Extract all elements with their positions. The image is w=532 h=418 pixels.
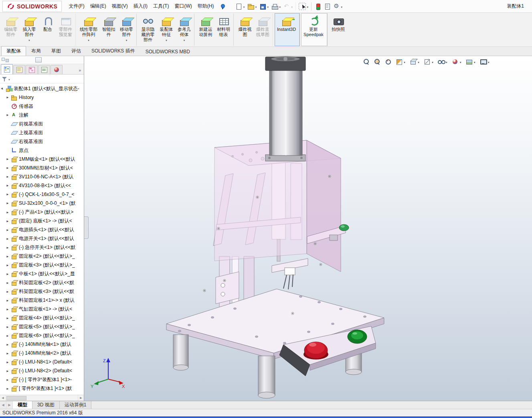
- menu-tools[interactable]: 工具(T): [150, 1, 172, 12]
- tree-item[interactable]: (-) 140MM光轴<2> (默认: [0, 349, 84, 357]
- tree-item[interactable]: 料架固定板1<1>-> x (默认: [0, 296, 84, 305]
- tree-item[interactable]: (-) LMU-N8<1> (Default<: [0, 357, 84, 366]
- expand-arrow-icon[interactable]: [6, 193, 11, 196]
- open-button[interactable]: [246, 2, 258, 11]
- tab-layout[interactable]: 布局: [26, 46, 46, 56]
- reference-triad[interactable]: Z X Y: [90, 356, 127, 388]
- menu-file[interactable]: 文件(F): [66, 1, 87, 12]
- tree-item[interactable]: (-) [ 零件3^装配体1 ]<1>-: [0, 375, 84, 384]
- undo-button[interactable]: [282, 2, 296, 11]
- display-style-button[interactable]: [422, 57, 435, 66]
- edit-component-button[interactable]: 编辑零 部件: [2, 14, 20, 46]
- tree-item[interactable]: 右视基准面: [0, 137, 84, 146]
- tree-item[interactable]: 固定板<2> (默认<<默认>_: [0, 252, 84, 260]
- expand-arrow-icon[interactable]: [6, 166, 11, 170]
- tree-item[interactable]: 电源开关<1> (默认<<默认: [0, 234, 84, 243]
- expand-arrow-icon[interactable]: [6, 360, 11, 364]
- select-button[interactable]: [298, 2, 312, 11]
- tree-item[interactable]: 上视基准面: [0, 128, 84, 137]
- menu-help[interactable]: 帮助(H): [195, 1, 217, 12]
- smart-fasteners-button[interactable]: 智能扣 件: [99, 14, 118, 46]
- menu-window[interactable]: 窗口(W): [172, 1, 194, 12]
- file-properties-button[interactable]: [323, 2, 332, 11]
- tree-item[interactable]: (-) QCK-L-16x30-S_0-7_<: [0, 190, 84, 199]
- tree-item[interactable]: 中板<1> (默认<<默认>_显: [0, 269, 84, 278]
- expand-arrow-icon[interactable]: [6, 254, 11, 258]
- tree-item[interactable]: [ 零件5^装配体1 ]<1> (默: [0, 384, 84, 393]
- menu-insert[interactable]: 插入(I): [131, 1, 150, 12]
- pin-menu-icon[interactable]: [220, 3, 225, 10]
- exploded-view-button[interactable]: 爆炸视 图: [236, 14, 254, 46]
- panel-splitter-handle[interactable]: [84, 216, 89, 239]
- graphics-area[interactable]: [84, 56, 532, 401]
- reference-geometry-button[interactable]: 参考几 何体: [176, 14, 194, 46]
- featuremanager-tab[interactable]: [1, 64, 13, 74]
- instant3d-button[interactable]: Instant3D: [275, 14, 299, 46]
- expand-arrow-icon[interactable]: [6, 184, 11, 188]
- print-button[interactable]: [270, 2, 282, 11]
- menu-edit[interactable]: 编辑(E): [87, 1, 109, 12]
- expand-arrow-icon[interactable]: [6, 158, 11, 161]
- view-settings-button[interactable]: [478, 57, 491, 66]
- move-component-button[interactable]: 移动零 部件: [118, 14, 137, 46]
- assembly-features-button[interactable]: 装配体 特征: [157, 14, 176, 46]
- tree-item[interactable]: SU-32x100_0-0-0_<1> (默: [0, 199, 84, 208]
- linear-component-pattern-button[interactable]: 线性零部 件阵列: [78, 14, 99, 46]
- previous-view-button[interactable]: [383, 57, 393, 66]
- expand-arrow-icon[interactable]: [6, 299, 11, 302]
- displaymanager-tab[interactable]: [51, 65, 63, 74]
- filter-caret-icon[interactable]: [8, 76, 10, 82]
- filter-funnel-icon[interactable]: [2, 76, 7, 82]
- zoom-to-area-button[interactable]: [372, 57, 382, 66]
- tree-item[interactable]: History: [0, 93, 84, 102]
- expand-arrow-icon[interactable]: [6, 246, 11, 249]
- options-button[interactable]: [332, 2, 344, 11]
- expand-arrow-icon[interactable]: [6, 237, 11, 240]
- tree-item[interactable]: 原点: [0, 146, 84, 155]
- tree-item[interactable]: 固定板<6> (默认<<默认>_: [0, 331, 84, 340]
- apply-scene-button[interactable]: [464, 57, 477, 66]
- section-view-button[interactable]: [394, 57, 407, 66]
- tab-evaluate[interactable]: 评估: [66, 46, 86, 56]
- panel-split-icon[interactable]: [6, 59, 9, 62]
- expand-arrow-icon[interactable]: [6, 202, 11, 205]
- tree-item[interactable]: (固定) 底板<1> -> (默认<: [0, 216, 84, 225]
- expand-arrow-icon[interactable]: [6, 325, 11, 329]
- scrollbar-thumb[interactable]: [6, 396, 26, 400]
- tree-item[interactable]: 传感器: [0, 102, 84, 111]
- expand-arrow-icon[interactable]: [6, 290, 11, 293]
- tree-item[interactable]: 固定板<5> (默认<<默认>_: [0, 322, 84, 331]
- tab-scroll-left-arrow[interactable]: [0, 401, 6, 409]
- new-document-button[interactable]: [234, 2, 246, 11]
- manager-tabs-overflow-chevron[interactable]: [77, 68, 83, 74]
- view-orientation-button[interactable]: [408, 57, 421, 66]
- save-button[interactable]: [258, 2, 270, 11]
- expand-arrow-icon[interactable]: [6, 96, 11, 99]
- tab-sketch[interactable]: 草图: [46, 46, 66, 56]
- component-preview-window-button[interactable]: 零部件 预览窗: [57, 14, 76, 46]
- expand-arrow-icon[interactable]: [6, 228, 11, 232]
- explode-line-sketch-button[interactable]: 爆炸直 线草图: [254, 14, 273, 46]
- insert-components-button[interactable]: 插入零 部件: [20, 14, 38, 46]
- tab-motion-study-1[interactable]: 运动算例1: [60, 401, 92, 409]
- tab-3d-views[interactable]: 3D 视图: [32, 401, 60, 409]
- scroll-right-arrow[interactable]: [78, 395, 84, 401]
- tree-item[interactable]: 装配体1 (默认<默认_显示状态-: [0, 84, 84, 93]
- expand-arrow-icon[interactable]: [6, 219, 11, 223]
- expand-arrow-icon[interactable]: [6, 307, 11, 311]
- expand-arrow-icon[interactable]: [6, 113, 11, 117]
- tree-item[interactable]: 料架固定板<2> (默认<<默: [0, 278, 84, 287]
- update-speedpak-button[interactable]: 更新 Speedpak: [301, 14, 327, 46]
- tree-item[interactable]: 固定板<4> (默认<<默认>_: [0, 313, 84, 322]
- expand-arrow-icon[interactable]: [6, 210, 11, 214]
- tree-item[interactable]: 电源插头<1> (默认<<默认: [0, 225, 84, 234]
- expand-arrow-icon[interactable]: [6, 272, 11, 276]
- expand-arrow-icon[interactable]: [6, 316, 11, 320]
- tree-item[interactable]: 4V310-08-B<1> (默认<<: [0, 181, 84, 190]
- expand-arrow-icon[interactable]: [6, 343, 11, 346]
- show-hidden-components-button[interactable]: 显示隐 藏的零 部件: [139, 14, 157, 46]
- tree-item[interactable]: 1MM钣金<1> (默认<<默认: [0, 155, 84, 164]
- configurationmanager-tab[interactable]: [26, 65, 38, 74]
- tab-scroll-right-arrow[interactable]: [6, 401, 13, 409]
- expand-arrow-icon[interactable]: [1, 87, 6, 91]
